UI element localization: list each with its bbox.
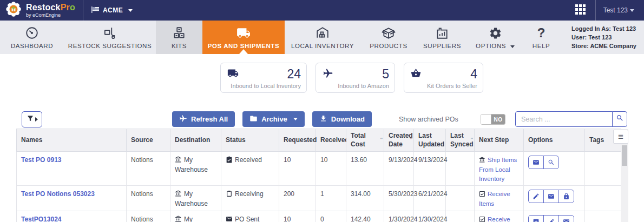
- open-box-icon: [382, 25, 396, 41]
- clipboard-icon: [226, 190, 233, 199]
- refresh-all-label: Refresh All: [191, 115, 228, 123]
- row-options: [528, 215, 574, 222]
- tab-dashboard[interactable]: DASHBOARD: [0, 21, 64, 54]
- app-root: RestockPro by eComEngine ACME: [0, 0, 644, 222]
- login-store: Store: ACME Company: [571, 42, 636, 51]
- col-header-last-updated[interactable]: Last Updated: [414, 129, 446, 152]
- row-options: [528, 190, 574, 203]
- brand-tagline: by eComEngine: [26, 13, 75, 18]
- scrollbar-thumb[interactable]: [622, 145, 627, 166]
- tab-local-inventory[interactable]: LOCAL INVENTORY: [285, 21, 360, 54]
- tab-suppliers[interactable]: SUPPLIERS: [417, 21, 468, 54]
- warehouse-icon: [175, 190, 182, 199]
- logged-in-as: Logged In As: Test 123: [571, 25, 636, 33]
- filter-button[interactable]: [22, 111, 42, 127]
- show-archived-label: Show archived POs: [399, 116, 458, 123]
- tab-label: HELP: [533, 43, 550, 49]
- show-archived-toggle[interactable]: NO: [481, 114, 505, 125]
- col-header-destination[interactable]: Destination: [170, 129, 221, 152]
- source-cell: Notions: [131, 156, 153, 164]
- mail-button[interactable]: [528, 156, 544, 169]
- lock-button[interactable]: [558, 190, 574, 203]
- download-label: Download: [331, 115, 365, 123]
- col-header-names[interactable]: Names: [17, 129, 127, 152]
- last-updated-cell: 1/30/2024: [418, 216, 447, 222]
- po-table: Names Source Destination Status Requeste…: [16, 129, 621, 222]
- tab-help[interactable]: HELP: [523, 21, 560, 54]
- requested-cell: 10: [284, 156, 291, 164]
- col-header-next-step[interactable]: Next Step: [475, 129, 524, 152]
- table-row: Test PO Notions 053023 Notions My Wareho…: [17, 186, 621, 211]
- stat-card-inbound-local[interactable]: 24 Inbound to Local Inventory: [220, 63, 307, 93]
- search-input[interactable]: [515, 111, 613, 127]
- stat-card-inbound-amazon[interactable]: 5 Inbound to Amazon: [316, 63, 395, 93]
- po-name-link[interactable]: Test PO Notions 053023: [21, 190, 95, 198]
- source-cell: Notions: [131, 190, 153, 198]
- mail-button[interactable]: [558, 215, 574, 222]
- requested-cell: 10: [284, 216, 291, 222]
- top-header: RestockPro by eComEngine ACME: [0, 0, 644, 21]
- login-info: Logged In As: Test 123 User: Test 123 St…: [571, 21, 644, 54]
- brand-logo[interactable]: RestockPro by eComEngine: [0, 0, 83, 21]
- col-header-status[interactable]: Status: [221, 129, 279, 152]
- main-nav: DASHBOARD RESTOCK SUGGESTIONS KITS: [0, 21, 644, 54]
- download-button[interactable]: Download: [312, 111, 372, 127]
- status-cell: Receiving: [235, 190, 264, 198]
- active-tab-notch: [239, 49, 248, 54]
- search-button[interactable]: [543, 156, 559, 169]
- search-button[interactable]: [612, 111, 627, 127]
- funnel-icon: [27, 115, 34, 124]
- tab-label: LOCAL INVENTORY: [291, 43, 354, 49]
- mail-button[interactable]: [543, 190, 559, 203]
- user-menu[interactable]: Test 123: [596, 0, 644, 21]
- org-switcher[interactable]: ACME: [83, 6, 140, 15]
- col-header-source[interactable]: Source: [127, 129, 170, 152]
- tab-options[interactable]: OPTIONS: [468, 21, 523, 54]
- truck-icon: [227, 68, 239, 81]
- folder-icon: [249, 115, 258, 124]
- add-button[interactable]: [528, 215, 544, 222]
- tab-label: OPTIONS: [476, 43, 515, 49]
- requested-cell: 200: [284, 190, 294, 198]
- created-date-cell: 1/30/2024: [389, 216, 417, 222]
- edit-button[interactable]: [543, 215, 559, 222]
- col-header-last-synced[interactable]: Last Synced: [446, 129, 475, 152]
- gauge-icon: [25, 25, 39, 41]
- po-name-link[interactable]: TestPO13024: [21, 216, 62, 222]
- stat-label: Kit Orders to Seller: [411, 83, 477, 89]
- chevron-right-icon: [35, 117, 38, 122]
- apps-grid-button[interactable]: [566, 0, 595, 21]
- download-icon: [319, 115, 327, 124]
- edit-button[interactable]: [528, 190, 544, 203]
- stat-card-kit-orders[interactable]: 4 Kit Orders to Seller: [404, 63, 483, 93]
- search-icon: [616, 114, 624, 124]
- archive-button[interactable]: Archive: [242, 111, 305, 127]
- basket-icon: [411, 68, 421, 80]
- chevron-down-icon: [293, 118, 298, 120]
- stat-value: 5: [382, 67, 389, 82]
- tab-label: PRODUCTS: [370, 43, 407, 49]
- tab-pos-and-shipments[interactable]: POS AND SHIPMENTS: [202, 21, 285, 54]
- refresh-all-button[interactable]: Refresh All: [172, 111, 235, 127]
- archive-label: Archive: [261, 115, 287, 123]
- tab-label: DASHBOARD: [11, 43, 53, 49]
- col-header-total-cost[interactable]: Total Cost: [346, 129, 384, 152]
- col-header-created-date[interactable]: Created Date: [384, 129, 414, 152]
- col-header-received[interactable]: Received: [316, 129, 346, 152]
- col-header-options[interactable]: Options: [524, 129, 585, 152]
- handtruck-icon: [103, 25, 117, 41]
- column-menu-button[interactable]: [613, 130, 628, 144]
- tab-restock-suggestions[interactable]: RESTOCK SUGGESTIONS: [64, 21, 156, 54]
- tab-kits[interactable]: KITS: [156, 21, 202, 54]
- table-header-row: Names Source Destination Status Requeste…: [17, 129, 621, 152]
- received-cell: 10: [320, 156, 327, 164]
- gear-logo-icon: [5, 1, 22, 19]
- tab-label: POS AND SHIPMENTS: [208, 43, 279, 49]
- chevron-down-icon: [510, 45, 515, 48]
- po-name-link[interactable]: Test PO 0913: [21, 156, 61, 164]
- status-cell: Received: [235, 156, 262, 164]
- grid-icon: [575, 4, 586, 17]
- tab-products[interactable]: PRODUCTS: [360, 21, 417, 54]
- col-header-requested[interactable]: Requested: [279, 129, 316, 152]
- toolbar-actions: Refresh All Archive Download: [172, 111, 372, 127]
